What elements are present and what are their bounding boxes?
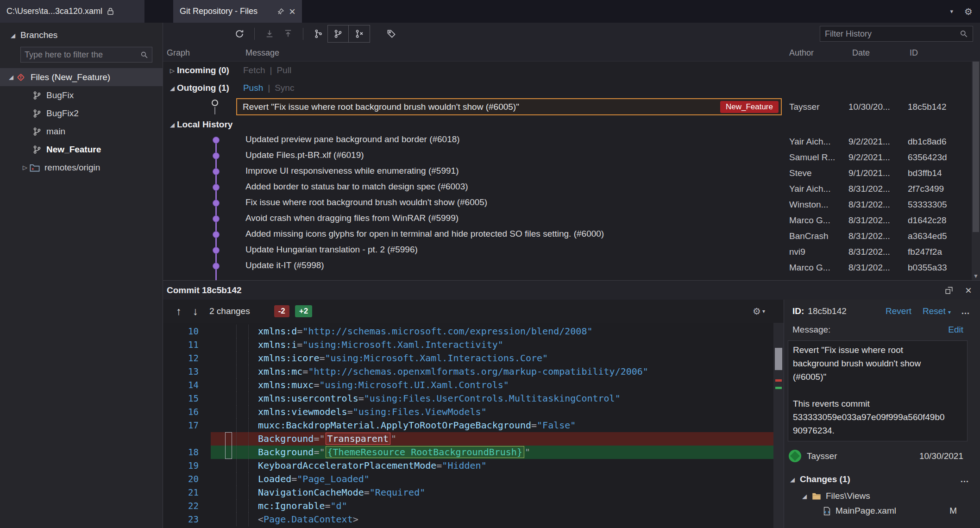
show-branches-toggle[interactable] (327, 25, 349, 43)
changes-section[interactable]: Changes (1) … (788, 474, 970, 484)
line-number: 10 (163, 325, 211, 338)
message-label: Message: (792, 325, 830, 335)
commit-dot-icon (213, 215, 220, 222)
outgoing-commit-row[interactable]: Revert "Fix issue where root background … (163, 97, 980, 117)
remotes-label: remotes/origin (44, 163, 100, 173)
tab-git-repository[interactable]: Git Repository - Files × (173, 0, 302, 23)
file-path-label: C:\Users\ta...3ca120.xaml (6, 6, 102, 16)
changed-folder-row[interactable]: Files\Views (800, 491, 980, 501)
expander-icon[interactable] (788, 476, 797, 483)
history-row[interactable]: Fix issue where root background brush wo… (163, 195, 980, 211)
history-scrollbar[interactable]: ▼ (972, 62, 980, 280)
column-header-author[interactable]: Author (789, 48, 814, 58)
fetch-link[interactable]: Fetch (243, 65, 265, 75)
branch-filter-input[interactable]: Type here to filter the (20, 47, 152, 63)
expander-icon[interactable] (168, 85, 177, 92)
local-history-section[interactable]: Local History (163, 117, 980, 132)
expander-icon[interactable] (800, 493, 809, 500)
code-line: 20Loaded="Page_Loaded" (163, 472, 784, 486)
commit-author: Steve (789, 168, 846, 178)
commit-author: Marco G... (789, 263, 846, 273)
column-header-graph[interactable]: Graph (167, 48, 190, 58)
fetch-button[interactable] (260, 25, 279, 43)
diff-margin-box (225, 432, 232, 459)
sidebar-item-repo[interactable]: Files (New_Feature) (0, 68, 163, 86)
file-name: MainPage.xaml (836, 506, 896, 516)
deleted-mark (775, 379, 782, 382)
editor-scrollbar[interactable] (773, 323, 784, 528)
tab-file-path[interactable]: C:\Users\ta...3ca120.xaml (0, 0, 144, 23)
column-header-message[interactable]: Message (245, 48, 279, 58)
scroll-down-arrow[interactable]: ▼ (972, 273, 980, 279)
code-line: 15xmlns:usercontrols="using:Files.UserCo… (163, 392, 784, 405)
filter-history-input[interactable]: Filter History (820, 26, 973, 42)
sidebar-item-branch[interactable]: main (0, 122, 163, 140)
float-window-icon[interactable] (945, 286, 953, 295)
commit-date: 10/30/2021 (919, 451, 963, 461)
revert-link[interactable]: Revert (886, 306, 911, 316)
history-row[interactable]: Updated preview pane background and bord… (163, 132, 980, 148)
incoming-section[interactable]: Incoming (0) Fetch | Pull (163, 62, 980, 79)
next-change-button[interactable]: ↓ (187, 305, 204, 318)
local-history-list: Updated preview pane background and bord… (163, 132, 980, 280)
history-row[interactable]: Update Files.pt-BR.xlf (#6019) Samuel R.… (163, 148, 980, 163)
branch-badge: New_Feature (720, 101, 779, 113)
column-header-date[interactable]: Date (852, 48, 870, 58)
expander-icon[interactable] (168, 67, 177, 74)
push-link[interactable]: Push (243, 83, 263, 93)
history-row[interactable]: Update it-IT (#5998) Marco G... 8/31/202… (163, 258, 980, 274)
code-line: 12xmlns:icore="using:Microsoft.Xaml.Inte… (163, 352, 784, 365)
chevron-down-icon[interactable]: ▾ (950, 8, 954, 14)
more-actions-button[interactable]: … (961, 306, 971, 316)
code-lines: 10xmlns:d="http://schemas.microsoft.com/… (163, 325, 784, 526)
expander-icon[interactable] (20, 164, 30, 171)
sidebar-item-branch[interactable]: BugFix2 (0, 104, 163, 122)
commit-graph-button[interactable] (309, 25, 327, 43)
branches-header[interactable]: Branches (0, 23, 163, 44)
history-toolbar: Filter History (163, 23, 980, 45)
refresh-button[interactable] (230, 25, 249, 43)
close-icon[interactable]: × (289, 6, 295, 17)
history-row[interactable]: Added missing icons glyphs for open in t… (163, 226, 980, 242)
commit-dot-icon (213, 168, 220, 175)
expander-icon[interactable] (6, 74, 16, 81)
sync-link[interactable]: Sync (275, 83, 294, 93)
scrollbar-thumb[interactable] (775, 348, 782, 370)
gear-icon[interactable]: ⚙ (964, 7, 973, 16)
tag-icon[interactable] (382, 25, 401, 43)
outgoing-section[interactable]: Outgoing (1) Push | Sync (163, 79, 980, 97)
push-button[interactable] (279, 25, 297, 43)
selected-commit[interactable]: Revert "Fix issue where root background … (236, 98, 782, 115)
column-header-id[interactable]: ID (910, 48, 918, 58)
reset-link[interactable]: Reset ▾ (923, 306, 951, 316)
history-row[interactable]: Avoid crash when dragging files from Win… (163, 211, 980, 226)
pin-icon[interactable] (277, 8, 284, 15)
close-icon[interactable]: × (965, 285, 972, 296)
hide-merge-commits-toggle[interactable] (349, 25, 370, 43)
sidebar-item-remotes[interactable]: remotes/origin (0, 158, 163, 176)
file-status: M (949, 506, 957, 516)
history-row[interactable]: Improve UI responsiveness while enumerat… (163, 163, 980, 179)
previous-change-button[interactable]: ↑ (170, 305, 187, 318)
tab-gap (144, 0, 173, 23)
sidebar-item-branch[interactable]: BugFix (0, 86, 163, 104)
expander-icon[interactable] (8, 32, 18, 39)
diff-settings-button[interactable]: ⚙▾ (753, 307, 765, 316)
additions-badge: +2 (295, 305, 312, 317)
folder-icon (812, 492, 821, 500)
pull-link[interactable]: Pull (276, 65, 291, 75)
scrollbar-thumb[interactable] (973, 62, 979, 232)
more-actions-button[interactable]: … (960, 474, 970, 484)
toolbar-separator (303, 28, 303, 40)
sidebar-item-branch[interactable]: New_Feature (0, 140, 163, 158)
commit-id: 53333305 (908, 200, 947, 210)
changed-file-row[interactable]: MainPage.xaml M (823, 506, 957, 516)
commit-id: 2f7c3499 (908, 184, 944, 194)
code-editor[interactable]: 10xmlns:d="http://schemas.microsoft.com/… (163, 323, 784, 528)
commit-message-box[interactable]: Revert "Fix issue where root background … (788, 340, 967, 441)
edit-link[interactable]: Edit (948, 325, 963, 335)
history-row[interactable]: Added border to status bar to match desi… (163, 179, 980, 195)
search-icon[interactable] (960, 30, 968, 38)
expander-icon[interactable] (168, 121, 177, 128)
history-row[interactable]: Update Hungarian translation - pt. 2 (#5… (163, 242, 980, 258)
